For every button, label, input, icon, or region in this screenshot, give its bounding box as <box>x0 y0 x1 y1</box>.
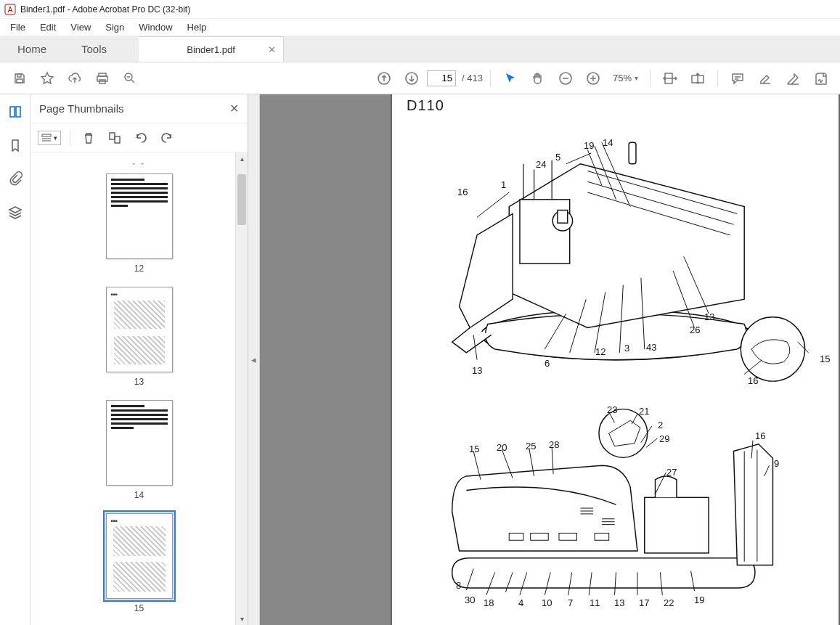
callout: 27 <box>666 467 677 478</box>
svg-text:A: A <box>8 6 13 14</box>
thumbnail-page-13[interactable]: ■■■ 13 <box>30 287 248 387</box>
menu-help[interactable]: Help <box>180 20 214 34</box>
thumbnail-label: 15 <box>134 603 144 613</box>
star-icon[interactable] <box>35 66 60 91</box>
thumbnails-toolbar: ▾ <box>30 123 248 152</box>
sign-icon[interactable] <box>808 66 833 91</box>
callout: 5 <box>555 152 560 163</box>
callout: 8 <box>456 580 461 591</box>
svg-rect-14 <box>10 107 15 117</box>
page-down-icon[interactable] <box>399 66 424 91</box>
tab-document-label: Binder1.pdf <box>187 44 235 55</box>
delete-page-icon[interactable] <box>79 128 98 147</box>
close-tab-icon[interactable]: ✕ <box>268 44 276 55</box>
panel-collapse-handle[interactable]: ◂ <box>248 94 260 625</box>
menu-window[interactable]: Window <box>131 20 179 34</box>
print-icon[interactable] <box>90 66 115 91</box>
tab-row: Home Tools Binder1.pdf ✕ <box>0 36 840 62</box>
cloud-upload-icon[interactable] <box>62 66 87 91</box>
callout: 16 <box>755 430 765 441</box>
tab-home[interactable]: Home <box>0 36 64 62</box>
callout: 25 <box>526 441 536 452</box>
thumbnail-page-14[interactable]: 14 <box>30 400 248 500</box>
save-icon[interactable] <box>7 66 32 91</box>
diagram-bottom: 2 4 7 8 9 10 11 13 15 16 17 18 19 20 21 … <box>402 394 830 612</box>
callout: 23 <box>607 404 617 415</box>
thumbnails-panel: Page Thumbnails ✕ ▾ ⌄⌄ 12 ■■■ 13 <box>30 94 248 625</box>
callout: 29 <box>659 433 669 444</box>
thumbnails-nav-icon[interactable] <box>5 102 25 122</box>
svg-rect-42 <box>559 533 577 540</box>
callout: 12 <box>595 346 605 357</box>
main-toolbar: / 413 75% ▾ <box>0 62 840 94</box>
zoom-dropdown[interactable]: 75% ▾ <box>608 70 643 86</box>
layers-nav-icon[interactable] <box>5 202 25 222</box>
svg-rect-23 <box>558 211 568 224</box>
fit-page-icon[interactable] <box>685 66 710 91</box>
diagram-top: 1 3 5 6 12 13 13 14 15 16 16 19 24 26 43 <box>402 114 830 390</box>
selection-tool-icon[interactable] <box>498 66 523 91</box>
menu-edit[interactable]: Edit <box>33 20 63 34</box>
menu-view[interactable]: View <box>63 20 98 34</box>
menu-file[interactable]: File <box>3 20 33 34</box>
callout: 15 <box>469 444 479 454</box>
page-up-icon[interactable] <box>372 66 396 91</box>
zoom-out-icon[interactable] <box>553 66 578 91</box>
thumbnails-scrollbar[interactable]: ▴ ▾ <box>235 152 248 625</box>
thumbnails-list[interactable]: ⌄⌄ 12 ■■■ 13 14 ■■■ 15 ▴ <box>30 152 248 625</box>
callout: 18 <box>484 597 494 608</box>
tab-tools[interactable]: Tools <box>64 36 124 62</box>
page-header-fragment: D110 <box>407 97 830 114</box>
menu-sign[interactable]: Sign <box>98 20 131 34</box>
callout: 9 <box>774 458 779 469</box>
page-number-input[interactable] <box>427 70 456 86</box>
rotate-cw-icon[interactable] <box>158 128 176 147</box>
eraser-icon[interactable] <box>780 66 805 91</box>
svg-rect-20 <box>629 142 636 163</box>
thumbnail-label: 12 <box>134 264 144 274</box>
thumbnail-page-15[interactable]: ■■■ 15 <box>30 513 248 613</box>
side-nav-strip <box>0 94 30 625</box>
fit-width-icon[interactable] <box>658 66 682 91</box>
thumbnail-page-12[interactable]: 12 <box>30 173 248 274</box>
callout: 2 <box>658 420 663 430</box>
callout: 13 <box>614 597 624 608</box>
comment-icon[interactable] <box>725 66 750 91</box>
callout: 19 <box>694 595 704 605</box>
bookmarks-nav-icon[interactable] <box>5 135 25 155</box>
svg-line-25 <box>477 192 509 217</box>
callout: 13 <box>704 311 714 322</box>
find-icon[interactable] <box>118 66 142 91</box>
rotate-ccw-icon[interactable] <box>131 128 150 147</box>
svg-rect-16 <box>42 134 51 136</box>
callout: 24 <box>536 159 546 170</box>
callout: 19 <box>584 140 594 151</box>
svg-line-26 <box>566 153 591 164</box>
attachments-nav-icon[interactable] <box>5 168 25 189</box>
thumbnails-options-dropdown[interactable]: ▾ <box>38 131 61 145</box>
callout: 21 <box>639 406 649 417</box>
insert-page-icon[interactable] <box>105 128 124 147</box>
callout: 1 <box>501 179 506 190</box>
callout: 7 <box>568 597 573 608</box>
callout: 4 <box>518 597 523 608</box>
window-title: Binder1.pdf - Adobe Acrobat Pro DC (32-b… <box>20 4 190 15</box>
svg-rect-18 <box>115 136 120 143</box>
thumbnails-title: Page Thumbnails <box>39 102 123 115</box>
zoom-value: 75% <box>613 73 632 83</box>
callout: 16 <box>457 187 468 197</box>
hand-tool-icon[interactable] <box>526 66 550 91</box>
document-viewport[interactable]: D110 <box>260 94 840 625</box>
thumbnails-header: Page Thumbnails ✕ <box>30 94 248 123</box>
close-panel-icon[interactable]: ✕ <box>229 102 239 115</box>
callout: 13 <box>472 365 482 376</box>
tab-document[interactable]: Binder1.pdf ✕ <box>139 36 284 62</box>
highlight-icon[interactable] <box>753 66 778 91</box>
callout: 3 <box>624 343 629 354</box>
svg-rect-3 <box>17 79 23 83</box>
svg-rect-15 <box>16 107 20 117</box>
zoom-in-icon[interactable] <box>581 66 605 91</box>
chevron-down-icon: ▾ <box>635 74 638 82</box>
svg-rect-40 <box>509 533 523 540</box>
menu-bar: File Edit View Sign Window Help <box>0 19 840 36</box>
